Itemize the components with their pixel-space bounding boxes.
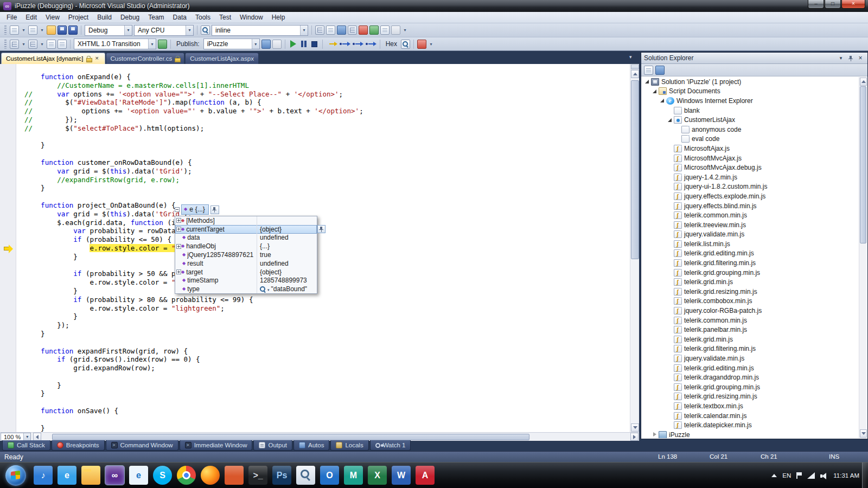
expand-icon[interactable] xyxy=(176,218,181,223)
document-tab-2[interactable]: CustomerController.cs xyxy=(106,53,185,64)
datatip-row[interactable]: ◆jQuery1285748897621true xyxy=(175,251,317,259)
editor-horizontal-scrollbar[interactable]: 100 % xyxy=(0,432,639,441)
add-item-dropdown-icon[interactable] xyxy=(39,25,45,35)
menu-edit[interactable]: Edit xyxy=(21,12,41,23)
tree-expander-icon[interactable] xyxy=(652,432,658,438)
minimize-button[interactable]: – xyxy=(808,0,824,9)
tree-expander-icon[interactable] xyxy=(644,79,650,85)
tree-expander-icon[interactable] xyxy=(659,98,665,104)
tree-item[interactable]: telerik.grid.resizing.min.js xyxy=(642,392,859,402)
scroll-right-button[interactable] xyxy=(630,433,639,441)
menu-tools[interactable]: Tools xyxy=(191,12,215,23)
tree-item[interactable]: telerik.panelbar.min.js xyxy=(642,325,859,335)
combo-dropdown-icon[interactable] xyxy=(124,25,132,35)
maximize-button[interactable]: □ xyxy=(825,0,841,9)
start-page-icon[interactable] xyxy=(369,25,379,35)
tree-expander-icon[interactable] xyxy=(667,117,673,123)
photoshop[interactable]: Ps xyxy=(272,466,291,485)
tree-item[interactable]: jquery.validate.min.js xyxy=(642,230,859,240)
solution-explorer-icon[interactable] xyxy=(315,25,324,35)
vertical-scroll-thumb[interactable] xyxy=(631,80,639,259)
tree-item[interactable]: telerik.draganddrop.min.js xyxy=(642,373,859,382)
menu-build[interactable]: Build xyxy=(93,12,116,23)
outlook[interactable]: O xyxy=(320,466,339,485)
step-out-icon[interactable] xyxy=(368,43,373,44)
show-desktop-button[interactable] xyxy=(862,463,868,488)
solution-explorer-scrollbar[interactable] xyxy=(859,77,867,438)
tree-item[interactable]: MicrosoftMvcAjax.debug.js xyxy=(642,163,859,172)
menu-data[interactable]: Data xyxy=(169,12,191,23)
tree-item[interactable]: telerik.grid.min.js xyxy=(642,277,859,287)
menu-view[interactable]: View xyxy=(41,12,64,23)
team-explorer-icon[interactable] xyxy=(380,25,390,35)
new-project-icon[interactable] xyxy=(10,25,19,35)
breakpoints-window-icon[interactable] xyxy=(417,40,426,49)
messenger[interactable]: M xyxy=(344,466,363,485)
tree-item[interactable]: jquery.effects.explode.min.js xyxy=(642,191,859,201)
document-tab-1[interactable]: CustomerListAjax [dynamic] xyxy=(1,53,105,64)
datatip-row[interactable]: ◆timeStamp1285748899973 xyxy=(175,277,317,285)
panel-tab-autos[interactable]: Autos xyxy=(293,440,329,451)
thunderbird[interactable] xyxy=(225,466,244,485)
tree-item[interactable]: telerik.grid.editing.min.js xyxy=(642,249,859,259)
tree-item[interactable]: jquery.validate.min.js xyxy=(642,354,859,363)
toolbox-icon[interactable] xyxy=(348,25,357,35)
menu-help[interactable]: Help xyxy=(267,12,290,23)
panel-tab-immediate-window[interactable]: Immediate Window xyxy=(180,440,253,451)
find-icon[interactable] xyxy=(201,25,210,35)
solution-platform-combo[interactable]: Any CPU xyxy=(134,25,194,36)
start-button[interactable] xyxy=(5,465,26,486)
datatip-row[interactable]: ◆type"dataBound" xyxy=(175,285,317,293)
toolbar-options-icon[interactable] xyxy=(428,40,434,49)
toolbar-options-icon[interactable] xyxy=(402,25,408,35)
menu-file[interactable]: File xyxy=(2,12,21,23)
tree-expander-icon[interactable] xyxy=(652,88,658,94)
close-panel-icon[interactable] xyxy=(856,54,865,62)
expand-icon[interactable] xyxy=(176,269,181,274)
stop-debugging-button[interactable] xyxy=(311,41,317,47)
datatip-row[interactable]: ◆currentTarget{object} xyxy=(175,225,317,234)
scroll-left-button[interactable] xyxy=(33,433,41,441)
format-dropdown-icon[interactable] xyxy=(21,40,27,49)
tree-item[interactable]: telerik.treeview.min.js xyxy=(642,220,859,230)
title-bar[interactable]: ∞ iPuzzle (Debugging) - Microsoft Visual… xyxy=(0,0,868,12)
editor-zoom-combo[interactable]: 100 % xyxy=(1,433,31,441)
save-all-icon[interactable] xyxy=(68,25,78,35)
tree-item[interactable]: telerik.grid.filtering.min.js xyxy=(642,344,859,354)
combo-dropdown-icon[interactable] xyxy=(23,433,30,440)
tree-item[interactable]: Windows Internet Explorer xyxy=(642,96,859,106)
outline-dropdown-icon[interactable] xyxy=(39,40,45,49)
menu-team[interactable]: Team xyxy=(144,12,168,23)
window-position-menu-icon[interactable] xyxy=(837,54,845,62)
menu-debug[interactable]: Debug xyxy=(116,12,144,23)
pin-member-button[interactable] xyxy=(317,225,326,233)
panel-tab-breakpoints[interactable]: Breakpoints xyxy=(52,440,105,451)
add-item-icon[interactable] xyxy=(28,25,37,35)
action-center-icon[interactable] xyxy=(796,472,802,479)
hex-toggle-button[interactable]: Hex xyxy=(384,40,399,48)
tree-item[interactable]: telerik.calendar.min.js xyxy=(642,411,859,421)
properties-icon[interactable] xyxy=(644,66,653,75)
solution-tree[interactable]: Solution 'iPuzzle' (1 project)Script Doc… xyxy=(642,77,859,438)
datatip-row[interactable]: ◆[Methods] xyxy=(175,216,317,225)
tree-item[interactable]: iPuzzle xyxy=(642,430,859,438)
scroll-up-button[interactable] xyxy=(860,78,867,86)
network-icon[interactable] xyxy=(807,472,815,479)
scroll-up-button[interactable] xyxy=(631,70,639,78)
collapse-icon[interactable] xyxy=(175,207,180,212)
style-check-icon[interactable] xyxy=(158,40,167,49)
tree-item[interactable]: telerik.datepicker.min.js xyxy=(642,420,859,430)
tree-item[interactable]: telerik.common.min.js xyxy=(642,210,859,220)
datatip-row[interactable]: ◆target{object} xyxy=(175,268,317,277)
document-list-dropdown-icon[interactable] xyxy=(629,54,632,60)
command-prompt[interactable]: >_ xyxy=(248,466,267,485)
new-project-dropdown-icon[interactable] xyxy=(21,25,27,35)
tree-item[interactable]: telerik.grid.editing.min.js xyxy=(642,363,859,373)
panel-tab-locals[interactable]: Locals xyxy=(330,440,368,451)
publish-target-combo[interactable]: iPuzzle xyxy=(203,38,260,49)
tree-item[interactable]: telerik.grid.grouping.min.js xyxy=(642,382,859,392)
doctype-combo[interactable]: XHTML 1.0 Transition xyxy=(74,38,156,49)
close-tab-icon[interactable] xyxy=(94,55,100,62)
scroll-down-button[interactable] xyxy=(860,429,867,438)
error-list-icon[interactable] xyxy=(359,25,368,35)
